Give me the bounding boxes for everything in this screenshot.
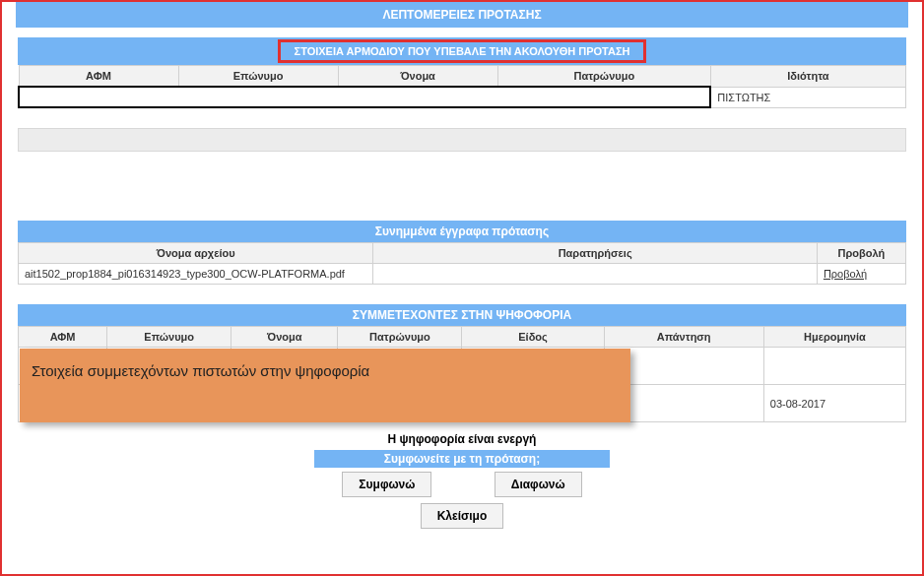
- participant-date: [763, 348, 905, 385]
- pcol-date: Ημερομηνία: [763, 327, 905, 348]
- pcol-surname: Επώνυμο: [107, 327, 231, 348]
- submitter-header-row: ΣΤΟΙΧΕΙΑ ΑΡΜΟΔΙΟΥ ΠΟΥ ΥΠΕΒΑΛΕ ΤΗΝ ΑΚΟΛΟΥ…: [18, 37, 906, 65]
- attachment-notes: [373, 264, 818, 285]
- submitter-table: ΑΦΜ Επώνυμο Όνομα Πατρώνυμο Ιδιότητα ΠΙΣ…: [18, 65, 906, 108]
- pcol-name: Όνομα: [231, 327, 338, 348]
- pcol-answer: Απάντηση: [604, 327, 763, 348]
- col-filename: Όνομα αρχείου: [19, 243, 373, 264]
- col-fathername: Πατρώνυμο: [497, 66, 710, 88]
- pcol-afm: ΑΦΜ: [19, 327, 107, 348]
- agree-button[interactable]: Συμφωνώ: [342, 472, 431, 497]
- submitter-header: ΣΤΟΙΧΕΙΑ ΑΡΜΟΔΙΟΥ ΠΟΥ ΥΠΕΒΑΛΕ ΤΗΝ ΑΚΟΛΟΥ…: [278, 39, 647, 63]
- attachment-row: ait1502_prop1884_pi016314923_type300_OCW…: [19, 264, 906, 285]
- col-surname: Επώνυμο: [178, 66, 338, 88]
- participants-header: ΣΥΜΜΕΤΕΧΟΝΤΕΣ ΣΤΗΝ ΨΗΦΟΦΟΡΙΑ: [18, 304, 906, 326]
- attachment-filename: ait1502_prop1884_pi016314923_type300_OCW…: [19, 264, 373, 285]
- attachment-view-link[interactable]: Προβολή: [824, 268, 867, 280]
- attachments-section: Συνημμένα έγγραφα πρότασης Όνομα αρχείου…: [18, 221, 906, 285]
- col-notes: Παρατηρήσεις: [373, 243, 818, 264]
- col-afm: ΑΦΜ: [19, 66, 178, 88]
- pcol-fathername: Πατρώνυμο: [338, 327, 462, 348]
- col-capacity: Ιδιότητα: [710, 66, 905, 88]
- col-name: Όνομα: [338, 66, 497, 88]
- page-title: ΛΕΠΤΟΜΕΡΕΙΕΣ ΠΡΟΤΑΣΗΣ: [16, 2, 908, 28]
- submitter-section: ΣΤΟΙΧΕΙΑ ΑΡΜΟΔΙΟΥ ΠΟΥ ΥΠΕΒΑΛΕ ΤΗΝ ΑΚΟΛΟΥ…: [18, 37, 906, 108]
- attachments-table: Όνομα αρχείου Παρατηρήσεις Προβολή ait15…: [18, 242, 906, 285]
- submitter-row: ΠΙΣΤΩΤΗΣ: [19, 87, 906, 107]
- col-view: Προβολή: [817, 243, 905, 264]
- pcol-type: Είδος: [462, 327, 604, 348]
- participant-date: 03-08-2017: [763, 385, 905, 422]
- empty-section: [18, 128, 906, 152]
- attachments-header: Συνημμένα έγγραφα πρότασης: [18, 221, 906, 242]
- voting-prompt: Συμφωνείτε με τη πρόταση;: [314, 450, 610, 468]
- disagree-button[interactable]: Διαφωνώ: [495, 472, 582, 497]
- submitter-capacity: ΠΙΣΤΩΤΗΣ: [710, 87, 905, 107]
- voting-status: Η ψηφοφορία είναι ενεργή: [18, 428, 906, 450]
- participants-section: ΣΥΜΜΕΤΕΧΟΝΤΕΣ ΣΤΗΝ ΨΗΦΟΦΟΡΙΑ ΑΦΜ Επώνυμο…: [18, 304, 906, 529]
- close-button[interactable]: Κλείσιμο: [421, 503, 504, 529]
- submitter-redacted: [19, 87, 710, 107]
- participants-overlay: Στοιχεία συμμετεχόντων πιστωτών στην ψηφ…: [20, 349, 630, 422]
